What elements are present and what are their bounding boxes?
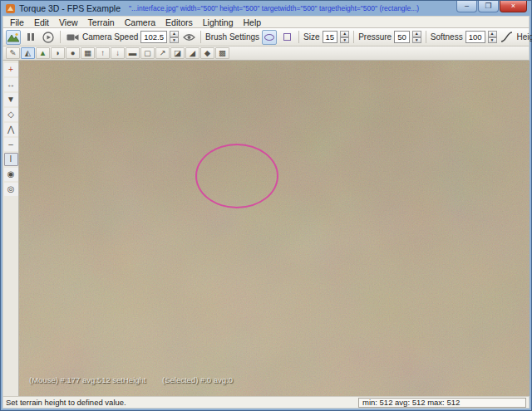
menu-item-help[interactable]: Help xyxy=(239,17,267,28)
softness-value[interactable]: 100 xyxy=(466,31,485,43)
app-window: Torque 3D - FPS Example "...interface.jp… xyxy=(0,0,532,411)
visibility-button[interactable] xyxy=(181,30,196,45)
ellipse-brush-icon xyxy=(264,34,274,41)
camera-icon xyxy=(66,33,79,42)
toolbar-separator xyxy=(298,31,299,43)
terrain-noise xyxy=(19,61,530,396)
spinner-down-icon[interactable]: ▼ xyxy=(412,37,421,44)
spinner-up-icon[interactable]: ▲ xyxy=(340,31,349,37)
selected-info-readout: (Selected) #:0 avg:0 xyxy=(162,375,233,384)
title-bar[interactable]: Torque 3D - FPS Example "...interface.jp… xyxy=(2,1,530,16)
spinner-down-icon[interactable]: ▼ xyxy=(340,37,349,44)
square-brush-icon xyxy=(283,33,291,41)
pressure-value[interactable]: 50 xyxy=(394,31,410,43)
brush-shape-ellipse-button[interactable] xyxy=(262,30,277,45)
maximize-button[interactable]: ❐ xyxy=(478,1,499,12)
menu-item-terrain[interactable]: Terrain xyxy=(83,17,120,28)
terrain-editor-mode-button[interactable] xyxy=(6,30,21,45)
side-toolbar: +↔▼◇⋀–I◉◎ xyxy=(2,61,19,396)
select-region-icon[interactable]: ▢ xyxy=(140,47,155,59)
lower-height-icon[interactable]: ↓ xyxy=(111,47,125,59)
ramp-tool-icon[interactable]: ◢ xyxy=(185,47,200,59)
camera-speed-spinner[interactable]: ▲ ▼ xyxy=(170,31,179,43)
titlebar-debug-text: "...interface.jpg" width="500" height="5… xyxy=(124,4,453,12)
toolbar-separator xyxy=(200,31,201,43)
camera-speed-label: Camera Speed xyxy=(82,32,138,42)
toolbar-separator xyxy=(353,31,354,43)
toolbar-separator xyxy=(60,31,61,43)
play-button[interactable] xyxy=(41,30,56,45)
size-spinner[interactable]: ▲ ▼ xyxy=(340,31,349,43)
status-message: Set terrain height to defined value. xyxy=(6,398,126,407)
brush-shape-square-button[interactable] xyxy=(279,30,294,45)
pause-icon xyxy=(27,33,34,41)
mountain-tool-icon[interactable]: ⋀ xyxy=(4,123,18,136)
raise-height-icon[interactable]: ↑ xyxy=(96,47,110,59)
terrain-stats-box: min: 512 avg: 512 max: 512 xyxy=(358,398,526,408)
scale-tool-icon[interactable]: ◇ xyxy=(4,108,18,121)
size-value[interactable]: 15 xyxy=(323,31,338,43)
grid-tool-icon[interactable]: ▩ xyxy=(215,47,229,59)
menu-item-editors[interactable]: Editors xyxy=(160,17,198,28)
eye-icon xyxy=(183,33,195,42)
size-label: Size xyxy=(303,32,319,42)
spinner-up-icon[interactable]: ▲ xyxy=(488,31,497,37)
brush-tool-icon[interactable]: ✎ xyxy=(6,47,20,59)
pressure-label: Pressure xyxy=(358,32,392,42)
move-tool-icon[interactable]: ↗ xyxy=(155,47,170,59)
spinner-up-icon[interactable]: ▲ xyxy=(412,31,421,37)
height-label: Height xyxy=(517,32,532,42)
menu-item-camera[interactable]: Camera xyxy=(120,17,160,28)
translate-tool-icon[interactable]: ↔ xyxy=(4,78,18,91)
main-toolbar: Camera Speed 102.5 ▲ ▼ Brush Settings Si… xyxy=(2,28,530,46)
camera-button[interactable] xyxy=(65,30,80,45)
level-tool-icon[interactable]: – xyxy=(4,138,18,151)
terrain-editor-icon[interactable]: ◭ xyxy=(21,47,35,59)
terrain-block-icon[interactable]: ▦ xyxy=(81,47,95,59)
main-area: +↔▼◇⋀–I◉◎ (Mouse) #:177 avg:512 setHeigh… xyxy=(2,61,530,396)
sphere-tool-icon[interactable]: ● xyxy=(66,47,80,59)
ruler-tool-icon[interactable]: I xyxy=(4,153,18,166)
slope-tool-icon[interactable]: ◪ xyxy=(170,47,185,59)
play-icon xyxy=(42,32,54,43)
menu-item-view[interactable]: View xyxy=(54,17,83,28)
pause-button[interactable] xyxy=(23,30,38,45)
brush-settings-label: Brush Settings xyxy=(205,32,259,42)
minimize-button[interactable]: – xyxy=(456,1,477,12)
softness-label: Softness xyxy=(431,32,463,42)
falloff-curve-icon xyxy=(500,32,513,42)
spinner-down-icon[interactable]: ▼ xyxy=(488,37,497,44)
status-bar: Set terrain height to defined value. min… xyxy=(2,396,530,409)
brush-cursor-circle xyxy=(195,144,278,208)
close-button[interactable]: × xyxy=(500,1,527,12)
pressure-spinner[interactable]: ▲ ▼ xyxy=(412,31,421,43)
menu-bar: FileEditViewTerrainCameraEditorsLighting… xyxy=(2,16,530,28)
orbit-camera-icon[interactable]: ◎ xyxy=(4,183,18,196)
mouse-info-readout: (Mouse) #:177 avg:512 setHeight xyxy=(29,375,145,384)
axis-gizmo-icon[interactable]: + xyxy=(4,63,18,76)
spinner-down-icon[interactable]: ▼ xyxy=(170,37,179,44)
app-icon xyxy=(5,3,16,14)
terrain-viewport[interactable]: (Mouse) #:177 avg:512 setHeight (Selecte… xyxy=(19,61,530,396)
toolbar-separator xyxy=(426,31,426,43)
softness-spinner[interactable]: ▲ ▼ xyxy=(488,31,497,43)
terrain-tools-toolbar: ✎◭▲◗●▦↑↓▬▢↗◪◢◆▩ xyxy=(2,46,530,61)
terrain-mode-icon xyxy=(7,32,19,42)
spinner-up-icon[interactable]: ▲ xyxy=(170,31,179,37)
paint-material-icon[interactable]: ◆ xyxy=(200,47,214,59)
drop-height-icon[interactable]: ▼ xyxy=(4,93,18,106)
window-controls: – ❐ × xyxy=(456,1,527,12)
window-title: Torque 3D - FPS Example xyxy=(19,3,121,13)
visibility-eye-icon[interactable]: ◉ xyxy=(4,168,18,181)
flatten-tool-icon[interactable]: ▬ xyxy=(126,47,140,59)
falloff-curve-button[interactable] xyxy=(500,30,515,45)
menu-item-lighting[interactable]: Lighting xyxy=(198,17,239,28)
menu-item-edit[interactable]: Edit xyxy=(29,17,54,28)
menu-item-file[interactable]: File xyxy=(5,17,29,28)
smooth-tool-icon[interactable]: ◗ xyxy=(51,47,65,59)
camera-speed-value[interactable]: 102.5 xyxy=(140,31,167,43)
paint-terrain-icon[interactable]: ▲ xyxy=(36,47,50,59)
